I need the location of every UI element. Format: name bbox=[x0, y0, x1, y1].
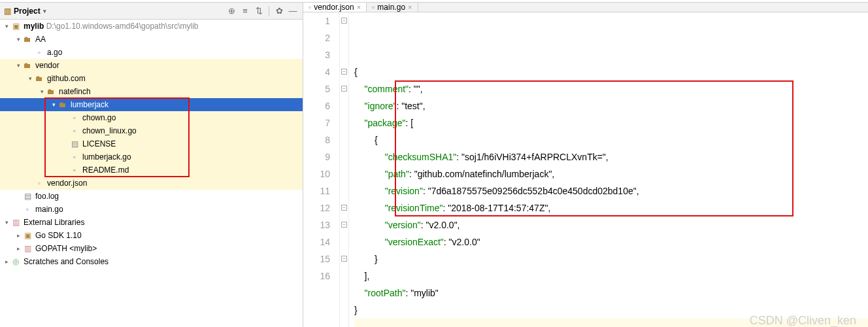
tree-item-label: natefinch bbox=[59, 85, 91, 98]
fold-marker[interactable]: − bbox=[341, 222, 347, 228]
file-icon: ▤ bbox=[69, 139, 80, 149]
folder-icon: 🖿 bbox=[34, 73, 44, 84]
line-number: 6 bbox=[303, 97, 330, 114]
code-line: "path": "github.com/natefinch/lumberjack… bbox=[354, 165, 868, 182]
line-number: 11 bbox=[303, 182, 330, 199]
code-line: "checksumSHA1": "soj1/h6iVHi374+fARPRCLX… bbox=[354, 148, 868, 165]
target-icon[interactable]: ⊕ bbox=[225, 5, 237, 17]
go-file-icon: ▫ bbox=[372, 3, 375, 12]
tree-item[interactable]: ▫lumberjack.go bbox=[0, 150, 303, 164]
watermark: CSDN @Cliven_ken bbox=[750, 312, 856, 327]
line-number: 2 bbox=[303, 29, 330, 46]
folder-icon: 🖿 bbox=[22, 34, 33, 44]
scratches[interactable]: ▸◎Scratches and Consoles bbox=[0, 255, 303, 268]
project-icon: ▥ bbox=[4, 7, 11, 16]
project-panel-header: ▥ Project ▾ ⊕ ≡ ⇅ ✿ — bbox=[0, 3, 303, 20]
line-number: 1 bbox=[303, 12, 330, 29]
folder-icon: 🖿 bbox=[46, 86, 56, 97]
line-number: 4 bbox=[303, 63, 330, 80]
tree-item-label: github.com bbox=[47, 72, 86, 85]
code-line: ], bbox=[354, 267, 868, 284]
tree-item-label: main.go bbox=[35, 203, 63, 216]
code-line: { bbox=[354, 131, 868, 148]
tree-item[interactable]: ▸▥GOPATH <mylib> bbox=[0, 242, 303, 255]
line-number: 14 bbox=[303, 233, 330, 250]
close-icon[interactable]: × bbox=[357, 3, 361, 11]
json-file-icon: ▫ bbox=[309, 3, 311, 12]
go-file-icon: ▫ bbox=[34, 47, 44, 58]
tree-item-label: README.md bbox=[82, 164, 129, 177]
fold-marker[interactable]: − bbox=[341, 205, 347, 211]
go-file-icon: ▫ bbox=[69, 126, 80, 136]
tree-item[interactable]: ▤foo.log bbox=[0, 190, 303, 203]
code-line: "revisionTime": "2018-08-17T14:57:47Z", bbox=[354, 199, 868, 216]
fold-marker[interactable]: − bbox=[341, 18, 347, 24]
line-number: 7 bbox=[303, 114, 330, 131]
tree-root[interactable]: ▾▣mylib D:\go1.10.windows-amd64\gopath\s… bbox=[0, 20, 303, 33]
tree-item-label: lumberjack.go bbox=[82, 150, 131, 164]
settings-icon[interactable]: ✿ bbox=[273, 5, 285, 17]
tab-label: main.go bbox=[377, 3, 405, 12]
project-title: Project bbox=[14, 7, 41, 16]
line-number: 5 bbox=[303, 80, 330, 97]
code-line: } bbox=[354, 250, 868, 267]
tree-item-label: a.go bbox=[47, 46, 62, 59]
project-panel: ▥ Project ▾ ⊕ ≡ ⇅ ✿ — ▾▣mylib D:\go1.10.… bbox=[0, 3, 303, 327]
external-libraries[interactable]: ▾▥External Libraries bbox=[0, 216, 303, 229]
tree-item-label: vendor.json bbox=[47, 177, 87, 190]
tree-item[interactable]: ▤LICENSE bbox=[0, 137, 303, 150]
tree-item-label: chown_linux.go bbox=[82, 124, 137, 137]
project-tree[interactable]: ▾▣mylib D:\go1.10.windows-amd64\gopath\s… bbox=[0, 20, 303, 268]
fold-marker[interactable]: − bbox=[341, 86, 347, 92]
json-file-icon: ▫ bbox=[34, 178, 44, 188]
code-editor[interactable]: 12345678910111213141516 −−−−−− { "commen… bbox=[303, 12, 868, 327]
tree-item[interactable]: ▾🖿natefinch bbox=[0, 85, 303, 98]
toolbar-divider bbox=[269, 6, 269, 16]
go-file-icon: ▫ bbox=[69, 112, 80, 123]
editor-tab[interactable]: ▫main.go× bbox=[367, 3, 418, 12]
collapse-icon[interactable]: ≡ bbox=[239, 5, 251, 17]
tree-item[interactable]: ▫README.md bbox=[0, 164, 303, 177]
tree-item[interactable]: ▾🖿lumberjack bbox=[0, 98, 303, 111]
tree-item[interactable]: ▾🖿vendor bbox=[0, 59, 303, 72]
line-gutter: 12345678910111213141516 bbox=[303, 12, 340, 327]
tree-item[interactable]: ▫chown_linux.go bbox=[0, 124, 303, 137]
tree-item[interactable]: ▫main.go bbox=[0, 203, 303, 216]
dropdown-icon[interactable]: ▾ bbox=[43, 8, 46, 14]
folder-icon: 🖿 bbox=[58, 99, 68, 110]
libraries-icon: ▥ bbox=[10, 217, 21, 228]
tree-item[interactable]: ▫chown.go bbox=[0, 111, 303, 124]
line-number: 9 bbox=[303, 148, 330, 165]
expand-icon[interactable]: ⇅ bbox=[253, 5, 265, 17]
line-number: 3 bbox=[303, 46, 330, 63]
tab-label: vendor.json bbox=[314, 3, 354, 12]
tree-item[interactable]: ▫vendor.json bbox=[0, 177, 303, 190]
hide-icon[interactable]: — bbox=[287, 5, 299, 17]
fold-column[interactable]: −−−−−− bbox=[340, 12, 349, 327]
line-number: 13 bbox=[303, 216, 330, 233]
gopath-icon: ▥ bbox=[22, 243, 33, 254]
tree-item[interactable]: ▾🖿AA bbox=[0, 33, 303, 46]
line-number: 10 bbox=[303, 165, 330, 182]
tree-item-label: LICENSE bbox=[82, 137, 116, 150]
code-line: "rootPath": "mylib" bbox=[354, 284, 868, 301]
tree-item-label: AA bbox=[35, 33, 46, 46]
tree-item-label: vendor bbox=[35, 59, 59, 72]
scratches-icon: ◎ bbox=[10, 256, 21, 267]
close-icon[interactable]: × bbox=[408, 3, 412, 11]
code-line: "versionExact": "v2.0.0" bbox=[354, 233, 868, 250]
line-number: 15 bbox=[303, 250, 330, 267]
editor-tab[interactable]: ▫vendor.json× bbox=[303, 3, 367, 12]
go-file-icon: ▫ bbox=[69, 152, 80, 162]
tree-item[interactable]: ▫a.go bbox=[0, 46, 303, 59]
go-file-icon: ▫ bbox=[22, 204, 33, 215]
tree-item[interactable]: ▸▣Go SDK 1.10 bbox=[0, 229, 303, 242]
module-icon: ▣ bbox=[10, 21, 21, 31]
code-content[interactable]: { "comment": "", "ignore": "test", "pack… bbox=[349, 12, 868, 327]
tree-item-label: lumberjack bbox=[71, 98, 108, 111]
fold-marker[interactable]: − bbox=[341, 69, 347, 75]
code-line: "ignore": "test", bbox=[354, 97, 868, 114]
code-line: "revision": "7d6a1875575e09256dc552b4c0e… bbox=[354, 182, 868, 199]
fold-marker[interactable]: − bbox=[341, 256, 347, 262]
tree-item[interactable]: ▾🖿github.com bbox=[0, 72, 303, 85]
